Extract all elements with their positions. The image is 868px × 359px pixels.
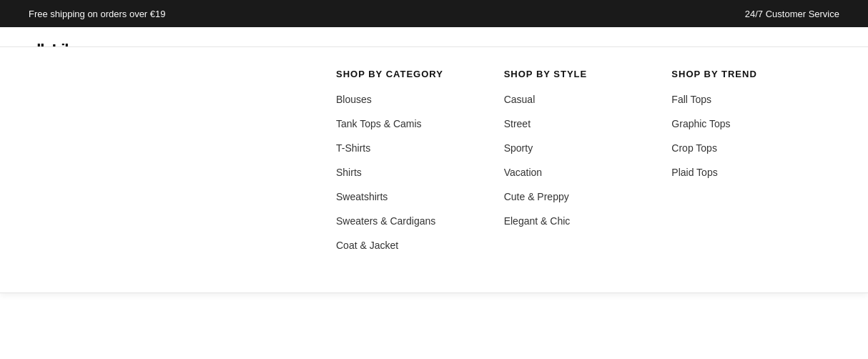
tops-dropdown-panel: SHOP BY CATEGORY Blouses Tank Tops & Cam… (0, 46, 868, 74)
top-banner: Free shipping on orders over €19 24/7 Cu… (0, 0, 868, 27)
banner-right-text: 24/7 Customer Service (745, 9, 839, 19)
category-heading: SHOP BY CATEGORY (336, 69, 490, 74)
style-column: SHOP BY STYLE Casual Street Sporty Vacat… (504, 69, 672, 74)
trend-column: SHOP BY TREND Fall Tops Graphic Tops Cro… (671, 69, 839, 74)
category-column: SHOP BY CATEGORY Blouses Tank Tops & Cam… (336, 69, 504, 74)
style-heading: SHOP BY STYLE (504, 69, 658, 74)
trend-heading: SHOP BY TREND (671, 69, 825, 74)
banner-left-text: Free shipping on orders over €19 (29, 9, 166, 19)
